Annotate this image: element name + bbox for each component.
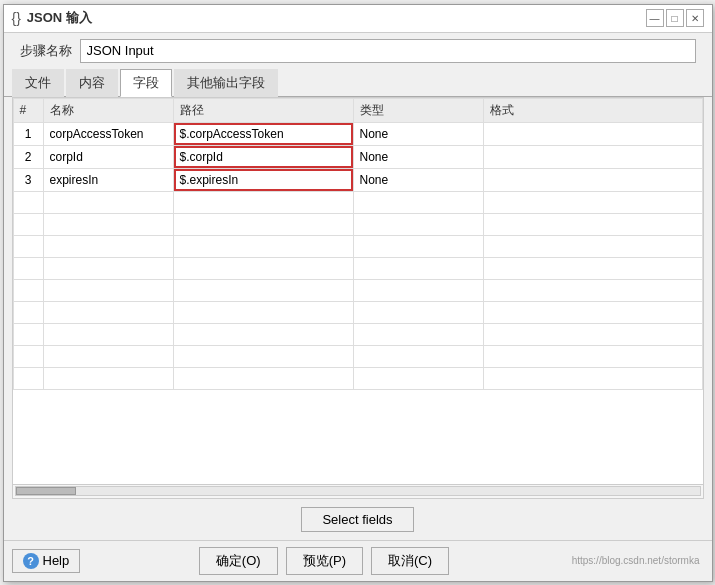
bottom-bar: ? Help 确定(O) 预览(P) 取消(C) https://blog.cs… (4, 540, 712, 581)
cell-type: None (353, 122, 483, 145)
col-header-format: 格式 (483, 98, 702, 122)
col-header-name: 名称 (43, 98, 173, 122)
table-row[interactable]: 3expiresIn$.expiresInNone (13, 168, 702, 191)
window-icon: {} (12, 10, 21, 26)
preview-button[interactable]: 预览(P) (286, 547, 363, 575)
table-row-empty (13, 323, 702, 345)
cell-path[interactable]: $.corpAccessToken (173, 122, 353, 145)
cell-type: None (353, 168, 483, 191)
col-header-num: # (13, 98, 43, 122)
maximize-button[interactable]: □ (666, 9, 684, 27)
cell-format (483, 145, 702, 168)
cell-name: corpAccessToken (43, 122, 173, 145)
table-container: # 名称 路径 类型 格式 1corpAccessToken$.corpAcce… (13, 98, 703, 484)
cell-format (483, 168, 702, 191)
cell-name: expiresIn (43, 168, 173, 191)
content-area: # 名称 路径 类型 格式 1corpAccessToken$.corpAcce… (12, 97, 704, 499)
scrollbar-thumb[interactable] (16, 487, 76, 495)
cell-name: corpId (43, 145, 173, 168)
tab-file[interactable]: 文件 (12, 69, 64, 97)
cell-path[interactable]: $.expiresIn (173, 168, 353, 191)
cell-num: 3 (13, 168, 43, 191)
table-row-empty (13, 301, 702, 323)
tab-bar: 文件 内容 字段 其他输出字段 (4, 69, 712, 97)
help-icon: ? (23, 553, 39, 569)
horizontal-scrollbar[interactable] (13, 484, 703, 498)
close-button[interactable]: ✕ (686, 9, 704, 27)
table-header-row: # 名称 路径 类型 格式 (13, 98, 702, 122)
tab-fields[interactable]: 字段 (120, 69, 172, 97)
bottom-right-buttons: 确定(O) 预览(P) 取消(C) (199, 547, 449, 575)
table-row[interactable]: 2corpId$.corpIdNone (13, 145, 702, 168)
step-name-input[interactable] (80, 39, 696, 63)
cancel-button[interactable]: 取消(C) (371, 547, 449, 575)
help-button[interactable]: ? Help (12, 549, 81, 573)
col-header-type: 类型 (353, 98, 483, 122)
minimize-button[interactable]: — (646, 9, 664, 27)
scrollbar-track (15, 486, 701, 496)
table-row[interactable]: 1corpAccessToken$.corpAccessTokenNone (13, 122, 702, 145)
fields-table: # 名称 路径 类型 格式 1corpAccessToken$.corpAcce… (13, 98, 703, 390)
window-title: JSON 输入 (27, 9, 92, 27)
step-label: 步骤名称 (20, 42, 72, 60)
title-controls: — □ ✕ (646, 9, 704, 27)
step-row: 步骤名称 (4, 33, 712, 69)
cell-num: 2 (13, 145, 43, 168)
cell-format (483, 122, 702, 145)
main-window: {} JSON 输入 — □ ✕ 步骤名称 文件 内容 字段 其他输出字段 # … (3, 4, 713, 582)
table-row-empty (13, 257, 702, 279)
title-bar-left: {} JSON 输入 (12, 9, 92, 27)
confirm-button[interactable]: 确定(O) (199, 547, 278, 575)
tab-content[interactable]: 内容 (66, 69, 118, 97)
watermark: https://blog.csdn.net/stormka (568, 555, 704, 566)
table-row-empty (13, 213, 702, 235)
table-row-empty (13, 345, 702, 367)
cell-path[interactable]: $.corpId (173, 145, 353, 168)
table-row-empty (13, 191, 702, 213)
table-row-empty (13, 235, 702, 257)
help-label: Help (43, 553, 70, 568)
title-bar: {} JSON 输入 — □ ✕ (4, 5, 712, 33)
tab-other-output[interactable]: 其他输出字段 (174, 69, 278, 97)
cell-type: None (353, 145, 483, 168)
table-row-empty (13, 279, 702, 301)
select-fields-row: Select fields (4, 499, 712, 540)
select-fields-button[interactable]: Select fields (301, 507, 413, 532)
table-row-empty (13, 367, 702, 389)
cell-num: 1 (13, 122, 43, 145)
col-header-path: 路径 (173, 98, 353, 122)
